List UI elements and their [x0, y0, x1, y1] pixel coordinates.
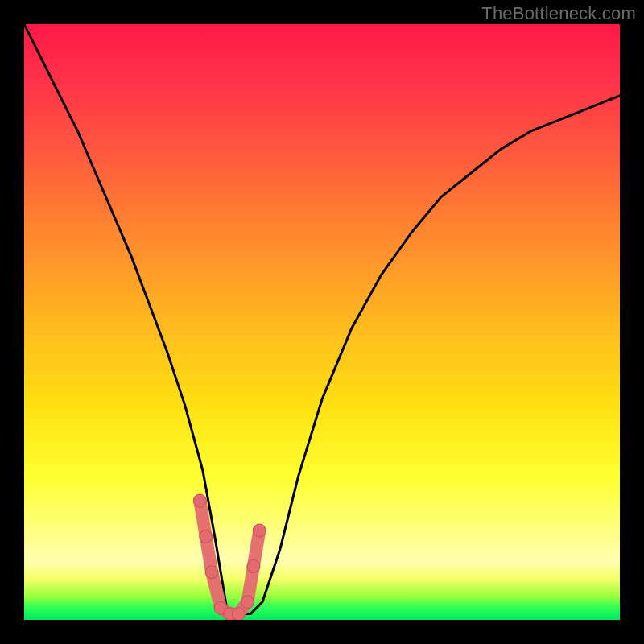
highlight-marker-dot — [193, 494, 206, 507]
highlight-marker-dot — [205, 566, 218, 579]
highlight-marker-dot — [253, 524, 266, 537]
chart-frame: TheBottleneck.com — [0, 0, 644, 644]
highlight-marker-dot — [242, 596, 254, 609]
highlight-marker-dot — [200, 530, 213, 543]
curve-layer — [24, 24, 620, 620]
highlight-marker-dot — [232, 608, 245, 620]
bottleneck-curve-path — [24, 24, 620, 614]
plot-area — [24, 24, 620, 620]
highlight-marker-dot — [247, 559, 260, 572]
bottleneck-curve — [24, 24, 620, 614]
watermark-text: TheBottleneck.com — [481, 3, 636, 24]
highlight-markers — [193, 494, 266, 620]
